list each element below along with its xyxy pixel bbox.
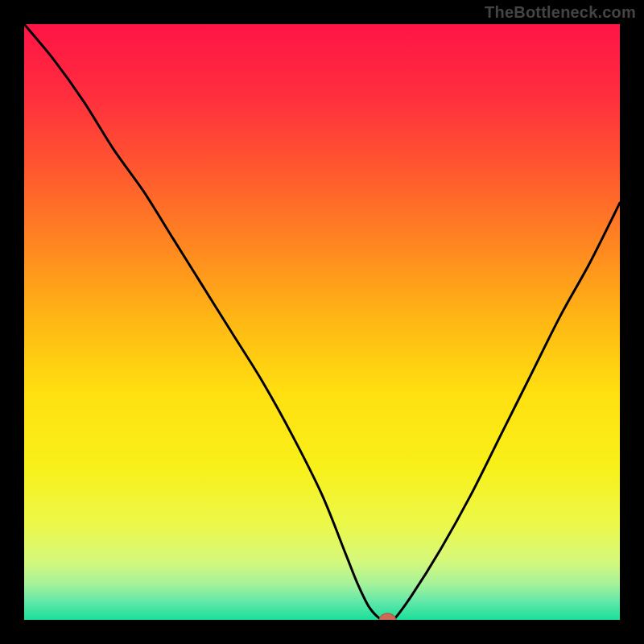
- watermark-text: TheBottleneck.com: [485, 3, 636, 22]
- chart-frame: TheBottleneck.com: [0, 0, 644, 644]
- gradient-background: [24, 24, 620, 620]
- plot-area: [24, 24, 620, 620]
- bottleneck-chart-svg: [24, 24, 620, 620]
